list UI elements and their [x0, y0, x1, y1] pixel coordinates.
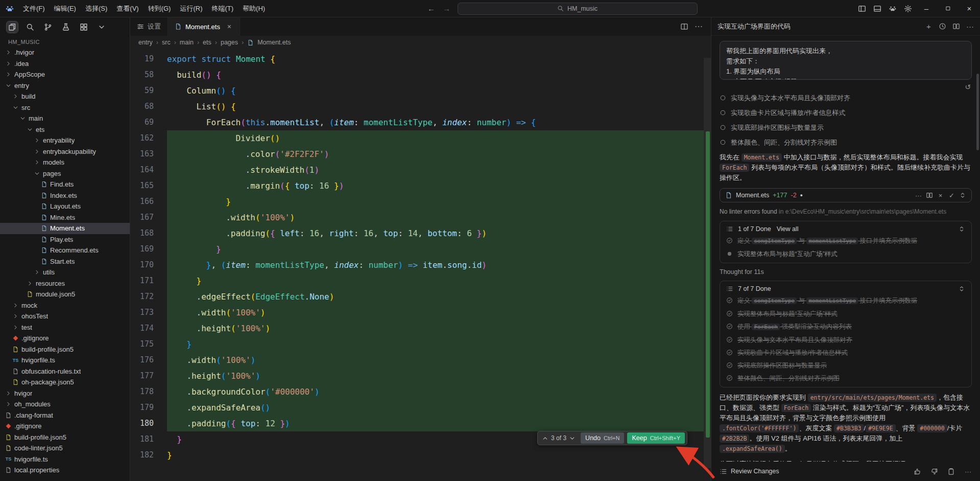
ellipsis-button[interactable]: ···	[966, 22, 974, 30]
tree-folder[interactable]: oh_modules	[0, 399, 130, 410]
forward-icon[interactable]: →	[442, 5, 451, 13]
thumb-up-button[interactable]	[914, 468, 921, 475]
ellipsis-icon[interactable]: ···	[915, 192, 922, 199]
tree-file[interactable]: TShvigorfile.ts	[0, 454, 130, 465]
beaker-button[interactable]	[60, 21, 71, 33]
tree-file[interactable]: Recommend.ets	[0, 245, 130, 256]
search-button[interactable]	[25, 21, 36, 33]
tree-file[interactable]: local.properties	[0, 465, 130, 476]
tree-folder[interactable]: .hvigor	[0, 47, 130, 58]
tree-file[interactable]: Start.ets	[0, 256, 130, 267]
layout-panel-button[interactable]	[870, 2, 885, 16]
tree-folder[interactable]: hvigor	[0, 388, 130, 399]
grid-button[interactable]	[78, 21, 89, 33]
tree-file[interactable]: Moment.ets	[0, 223, 130, 234]
maximize-button[interactable]	[937, 0, 959, 17]
menu-item[interactable]: 转到(G)	[144, 3, 176, 15]
tab-moment-ets[interactable]: Moment.ets×	[168, 17, 240, 36]
thumb-down-button[interactable]	[930, 468, 938, 475]
check-icon[interactable]: ✓	[948, 192, 955, 199]
tree-folder[interactable]: utils	[0, 267, 130, 278]
tree-file[interactable]: Index.ets	[0, 190, 130, 201]
keep-button[interactable]: KeepCtrl+Shift+Y	[627, 432, 685, 444]
tree-file[interactable]: Play.ets	[0, 234, 130, 245]
tree-folder[interactable]: src	[0, 102, 130, 113]
tree-folder[interactable]: pages	[0, 168, 130, 179]
code-editor[interactable]: 19export struct Moment {58build() {59Col…	[130, 49, 711, 481]
columns-icon[interactable]	[926, 192, 933, 199]
chev-down-button[interactable]	[96, 21, 107, 33]
tree-folder[interactable]: AppScope	[0, 69, 130, 80]
ellipsis-button[interactable]: ···	[964, 468, 972, 475]
clock-button[interactable]	[939, 22, 946, 30]
menu-item[interactable]: 查看(V)	[112, 3, 143, 15]
view-all-link[interactable]: View all	[777, 225, 799, 233]
breadcrumb-item[interactable]: entry	[138, 39, 153, 46]
menu-item[interactable]: 选择(S)	[81, 3, 112, 15]
chat-scrollbar[interactable]	[976, 74, 979, 150]
tree-folder[interactable]: mock	[0, 300, 130, 311]
menu-item[interactable]: 终端(T)	[207, 3, 238, 15]
tree-file[interactable]: obfuscation-rules.txt	[0, 366, 130, 377]
tree-file[interactable]: Find.ets	[0, 179, 130, 190]
tree-folder[interactable]: build	[0, 91, 130, 102]
menu-item[interactable]: 运行(R)	[175, 3, 207, 15]
split-icon[interactable]	[680, 22, 688, 31]
tree-file[interactable]: code-linter.json5	[0, 443, 130, 454]
expand-icon[interactable]	[958, 285, 965, 292]
editor-scrollbar[interactable]	[704, 49, 711, 481]
columns-button[interactable]	[952, 22, 960, 30]
ellipsis-icon[interactable]: ···	[695, 22, 703, 31]
paw-button[interactable]	[885, 2, 900, 16]
tree-folder[interactable]: test	[0, 322, 130, 333]
menu-item[interactable]: 编辑(E)	[50, 3, 81, 15]
tree-file[interactable]: Layout.ets	[0, 201, 130, 212]
tree-folder[interactable]: ets	[0, 124, 130, 135]
close-icon[interactable]: ×	[937, 192, 944, 199]
plus-button[interactable]: +	[925, 22, 933, 30]
tree-folder[interactable]: resources	[0, 278, 130, 289]
files-button[interactable]	[7, 21, 18, 33]
breadcrumb-item[interactable]: main	[180, 39, 194, 46]
expand-icon[interactable]	[958, 225, 965, 233]
menu-item[interactable]: 帮助(H)	[238, 3, 270, 15]
clipboard-button[interactable]	[947, 468, 955, 475]
file-change-chip[interactable]: Moment.ets+177-2●···×✓	[720, 188, 972, 202]
project-search-box[interactable]: HM_music	[458, 3, 698, 15]
breadcrumb-item[interactable]: ets	[203, 39, 211, 46]
undo-button[interactable]: UndoCtrl+N	[581, 432, 624, 444]
close-icon[interactable]: ×	[226, 23, 233, 30]
back-icon[interactable]: ←	[427, 5, 436, 13]
close-button[interactable]: ×	[959, 0, 980, 17]
tree-folder[interactable]: entrybackupability	[0, 146, 130, 157]
tree-file[interactable]: build-profile.json5	[0, 432, 130, 443]
chev-up-icon[interactable]	[542, 435, 548, 442]
breadcrumb-item[interactable]: src	[162, 39, 171, 46]
tree-file[interactable]: Mine.ets	[0, 212, 130, 223]
tree-folder[interactable]: main	[0, 113, 130, 124]
breadcrumb-item[interactable]: pages	[221, 39, 238, 46]
tree-file[interactable]: .gitignore	[0, 333, 130, 344]
layout-sidebar-button[interactable]	[854, 2, 870, 16]
minimize-button[interactable]: –	[916, 0, 937, 17]
tree-file[interactable]: .gitignore	[0, 421, 130, 432]
restore-icon[interactable]: ↺	[964, 83, 972, 91]
file-tree[interactable]: .hvigor.ideaAppScopeentrybuildsrcmainets…	[0, 47, 130, 481]
tree-folder[interactable]: models	[0, 157, 130, 168]
tree-folder[interactable]: entry	[0, 80, 130, 91]
tree-file[interactable]: build-profile.json5	[0, 344, 130, 355]
tree-file[interactable]: TShvigorfile.ts	[0, 355, 130, 366]
tab-settings[interactable]: 设置	[130, 17, 168, 36]
tree-file[interactable]: oh-package.json5	[0, 377, 130, 388]
menu-item[interactable]: 文件(F)	[18, 3, 50, 15]
tree-file[interactable]: .clang-format	[0, 410, 130, 421]
chev-down-icon[interactable]	[569, 435, 576, 442]
expand-icon[interactable]	[959, 192, 966, 199]
branch-button[interactable]	[42, 21, 54, 33]
gear-button[interactable]	[900, 2, 916, 16]
review-changes-button[interactable]: Review Changes	[720, 468, 779, 475]
tree-file[interactable]: module.json5	[0, 289, 130, 300]
tree-folder[interactable]: ohosTest	[0, 311, 130, 322]
breadcrumb-item[interactable]: Moment.ets	[257, 39, 291, 46]
tree-folder[interactable]: .idea	[0, 58, 130, 70]
